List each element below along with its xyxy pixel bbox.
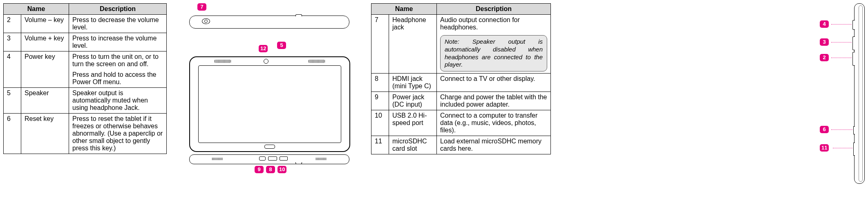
row-desc-p1: Press to turn the unit on, or to turn th… (72, 53, 163, 68)
row-number: 2 (4, 15, 21, 33)
volume-plus-key-icon (852, 36, 855, 50)
volume-minus-key-icon (852, 52, 855, 66)
table-row: 10 USB 2.0 Hi-speed port Connect to a co… (371, 110, 551, 136)
headphone-port-icon (202, 18, 210, 24)
row-name: Volume – key (21, 15, 69, 33)
tablet-diagram: 7 12 5 9 8 10 (183, 3, 355, 175)
row-number: 3 (4, 33, 21, 51)
microsd-slot-icon (853, 143, 855, 156)
tablet-top-view (189, 16, 349, 29)
left-table-column: Name Description 2 Volume – key Press to… (3, 3, 167, 154)
row-number: 7 (371, 15, 389, 74)
row-desc: Connect to a TV or other display. (437, 74, 551, 92)
row-desc-p2: Press and hold to access the Power Off m… (72, 71, 163, 86)
table-row: 4 Power key Press to turn the unit on, o… (4, 51, 167, 88)
row-desc: Load external microSDHC memory cards her… (437, 136, 551, 154)
bottom-grille-icon (316, 158, 327, 160)
col-header-name: Name (4, 4, 69, 15)
parts-table-left: Name Description 2 Volume – key Press to… (3, 3, 167, 154)
callout-6: 6 (820, 126, 829, 133)
bottom-grille-icon (212, 158, 223, 160)
tablet-side-diagram: 4 3 2 6 11 (820, 3, 865, 183)
row-name: Headphone jack (389, 15, 437, 74)
front-camera-icon (264, 59, 268, 64)
row-number: 5 (4, 88, 21, 114)
leader-line (831, 58, 852, 58)
tablet-front-view (189, 56, 350, 152)
right-table-column: Name Description 7 Headphone jack Audio … (371, 3, 551, 154)
row-number: 9 (371, 92, 389, 110)
callout-7: 7 (197, 3, 206, 11)
row-number: 8 (371, 74, 389, 92)
row-name: HDMI jack (mini Type C) (389, 74, 437, 92)
power-key-icon (852, 20, 855, 30)
leader-line (833, 148, 852, 148)
table-row: 11 microSDHC card slot Load external mic… (371, 136, 551, 154)
bottom-bump-icon (295, 162, 302, 164)
row-desc: Press to decrease the volume level. (69, 15, 167, 33)
side-inner-line (859, 5, 863, 182)
row-name: USB 2.0 Hi-speed port (389, 110, 437, 136)
tablet-side-body (854, 3, 865, 184)
table-row: 9 Power jack (DC input) Charge and power… (371, 92, 551, 110)
row-desc: Press to increase the volume level. (69, 33, 167, 51)
row-name: Power key (21, 51, 69, 88)
leader-line (831, 24, 852, 25)
table-row: 5 Speaker Speaker output is automaticall… (4, 88, 167, 114)
row-number: 10 (371, 110, 389, 136)
note-box: Note: Speaker output is automatically di… (440, 35, 547, 71)
callout-9: 9 (255, 166, 264, 173)
row-number: 11 (371, 136, 389, 154)
speaker-grille-left-icon (215, 60, 231, 63)
row-desc: Speaker output is automatically muted wh… (69, 88, 167, 114)
callout-11: 11 (820, 144, 829, 152)
hdmi-port-icon (268, 156, 277, 161)
speaker-grille-right-icon (309, 60, 325, 63)
col-header-name: Name (371, 4, 437, 15)
reset-key-icon (853, 126, 855, 134)
table-row: 6 Reset key Press to reset the tablet if… (4, 114, 167, 154)
table-row: 3 Volume + key Press to increase the vol… (4, 33, 167, 51)
row-number: 4 (4, 51, 21, 88)
row-number: 6 (4, 114, 21, 154)
row-name: Reset key (21, 114, 69, 154)
callout-8: 8 (266, 166, 275, 173)
row-desc: Press to turn the unit on, or to turn th… (69, 51, 167, 88)
row-name: microSDHC card slot (389, 136, 437, 154)
leader-line (831, 129, 852, 130)
table-row: 8 HDMI jack (mini Type C) Connect to a T… (371, 74, 551, 92)
row-desc: Audio output connection for headphones. … (437, 15, 551, 74)
leader-line (831, 42, 852, 42)
callout-10: 10 (277, 166, 286, 173)
row-name: Volume + key (21, 33, 69, 51)
col-header-desc: Description (437, 4, 551, 15)
tablet-bottom-view (189, 154, 349, 164)
row-desc: Charge and power the tablet with the inc… (437, 92, 551, 110)
row-name: Speaker (21, 88, 69, 114)
callout-5: 5 (277, 42, 286, 49)
power-port-icon (259, 156, 266, 161)
screen-outline (198, 65, 341, 143)
top-bump-icon (295, 14, 302, 16)
table-row: 2 Volume – key Press to decrease the vol… (4, 15, 167, 33)
table-row: 7 Headphone jack Audio output connection… (371, 15, 551, 74)
row-name: Power jack (DC input) (389, 92, 437, 110)
callout-3: 3 (820, 38, 829, 46)
row-desc: Press to reset the tablet if it freezes … (69, 114, 167, 154)
row-desc-text: Audio output connection for headphones. (440, 16, 547, 31)
home-button-icon (264, 145, 275, 149)
parts-table-right: Name Description 7 Headphone jack Audio … (371, 3, 551, 154)
callout-2: 2 (820, 54, 829, 61)
callout-4: 4 (820, 20, 829, 28)
usb-port-icon (280, 156, 288, 161)
row-desc: Connect to a computer to transfer data (… (437, 110, 551, 136)
callout-12: 12 (259, 45, 268, 52)
col-header-desc: Description (69, 4, 167, 15)
